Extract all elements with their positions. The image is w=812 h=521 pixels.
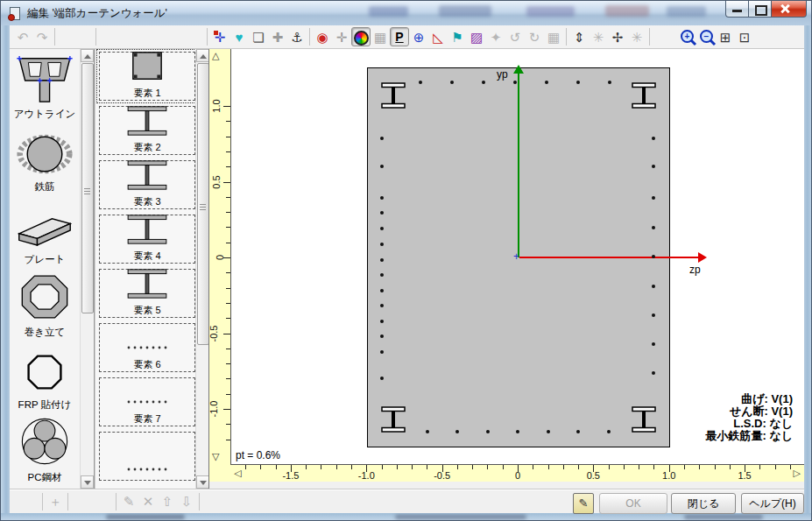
ruler-arrow-down-icon: ▽ [212,451,219,462]
ruler-label: 0.5 [210,175,221,188]
sidebar-item-wrap[interactable]: 巻き立て [10,269,80,339]
add-element-button: ＋ [46,492,65,511]
tool-sidebar: アウトライン鉄筋プレート巻き立てFRP 貼付けPC鋼材 [10,49,95,489]
perimeter-toggle-button[interactable]: P [390,27,409,46]
scrollbar-thumb[interactable] [197,63,209,345]
report-button[interactable]: ✎ [573,493,594,514]
dimension-delete-button: ✳ [589,27,608,46]
color-view-button[interactable]: ◉ [313,27,332,46]
dots-icon [123,341,172,358]
rebar-dot [380,196,384,200]
element-list-panel: 要素 1要素 2要素 3要素 4要素 5要素 6要素 7 [95,49,209,489]
rebar-dot [482,81,485,84]
ruler-label: -1.5 [282,470,299,481]
render-mode-button[interactable] [351,27,371,46]
reinforcement-ratio-label: pt = 0.6% [236,449,280,461]
element-item-1[interactable]: 要素 1 [99,52,195,101]
sidebar-item-outline[interactable]: アウトライン [10,51,80,121]
close-button[interactable]: 閉じる [671,493,736,514]
window-frame-left [1,25,10,513]
rebar-dot [576,81,580,84]
close-icon[interactable] [772,1,807,18]
element-item-5[interactable]: 要素 5 [99,269,195,318]
flag-view-button[interactable]: ⚑ [448,27,467,46]
zoom-in-handle-icon [690,39,696,46]
wrap-icon [18,272,72,325]
ok-button[interactable]: OK [599,493,667,514]
rebar-dot [652,226,655,229]
element-item-2[interactable]: 要素 2 [99,106,195,155]
background-artifact [369,6,408,17]
strain-view-button[interactable]: ◺ [428,27,448,46]
element-item-6[interactable]: 要素 6 [99,323,195,372]
move-element-down-button: ⇩ [177,492,196,511]
rebar-dot [652,285,655,288]
section-canvas[interactable]: yp zp + pt = 0.6% 曲げ: V(1) せん断: V(1) L.S… [230,49,804,465]
ruler-label: -0.5 [209,325,220,341]
ruler-label: -1.0 [209,401,220,418]
window-title: 編集 '端部カーテンウォール' [27,1,167,25]
scroll-down-icon[interactable] [81,475,94,489]
scroll-up-icon[interactable] [196,49,209,62]
sidebar-item-plate[interactable]: プレート [10,196,80,266]
rebar-dot [652,342,655,346]
copy-properties-button[interactable]: ❏ [249,27,268,46]
ibeam-icon [123,158,172,195]
ruler-tick [624,465,625,469]
pan-crosshair-button[interactable]: ✛ [332,27,351,46]
origin-move-button[interactable]: ✢ [608,27,627,46]
minimize-button[interactable] [725,1,749,18]
mesh-select-button[interactable]: ♥ [229,27,249,46]
element-item-3[interactable]: 要素 3 [99,160,195,209]
zoom-in-button[interactable]: + [677,27,696,46]
element-item-label: 要素 4 [133,250,160,263]
rebar-dot [652,255,655,258]
transform-button: ✦ [486,27,505,46]
zoom-window-button[interactable]: ⊡ [735,27,754,46]
element-item-4[interactable]: 要素 4 [99,215,195,264]
ruler-tick [276,465,277,469]
rebar-dot [652,165,655,168]
element-item-7[interactable]: 要素 7 [99,377,195,426]
rebar-dot [380,165,384,168]
add-points-button[interactable]: ✛ [210,27,229,46]
element-list-scrollbar[interactable] [195,49,208,489]
sidebar-scrollbar[interactable] [80,49,93,489]
scrollbar-thumb[interactable] [81,63,94,313]
scroll-down-icon[interactable] [196,475,209,489]
zoom-extents-button[interactable]: ⊞ [716,27,735,46]
undo-button: ↶ [13,27,32,46]
sidebar-item-rebar[interactable]: 鉄筋 [10,123,80,194]
axes-toggle-button[interactable]: ⊕ [409,27,428,46]
titlebar[interactable]: 編集 '端部カーテンウォール' [1,1,812,26]
add-region-button[interactable]: ✚ [268,27,287,46]
grid-toggle-button[interactable]: ▦ [371,27,390,46]
ruler-tick [397,465,398,469]
sidebar-item-label: 鉄筋 [35,180,55,194]
steel-ibeam [381,406,406,433]
ruler-tick [472,465,473,469]
help-button[interactable]: ヘルプ(H) [741,493,804,514]
sidebar-item-frp[interactable]: FRP 貼付け [10,341,80,412]
ruler-tick [775,465,776,469]
ruler-tick [684,465,685,469]
ruler-label: 0.5 [587,470,600,481]
element-item-8[interactable] [99,432,195,481]
sidebar-item-pcsteel[interactable]: PC鋼材 [10,414,80,484]
ruler-tick [578,465,579,469]
rebar-dot [652,313,655,317]
vertical-ruler: △ ▽ 1.00.50-0.5-1.0 [209,49,230,482]
scroll-up-icon[interactable] [81,49,94,62]
z-axis-label: zp [689,264,701,276]
layers-view-button[interactable]: ▨ [467,27,486,46]
zoom-out-button[interactable]: − [696,27,716,46]
background-artifact [526,6,575,17]
rebar-dot [545,81,548,84]
anchor-button[interactable]: ⚓ [287,27,307,46]
window-frame-right [804,25,812,513]
ruler-arrow-left-icon: ◁ [234,468,241,479]
maximize-button[interactable] [749,1,772,18]
ruler-label: -0.5 [434,470,450,481]
dimension-vertical-button[interactable]: ⇕ [569,27,589,46]
rebar-dot [380,377,384,380]
